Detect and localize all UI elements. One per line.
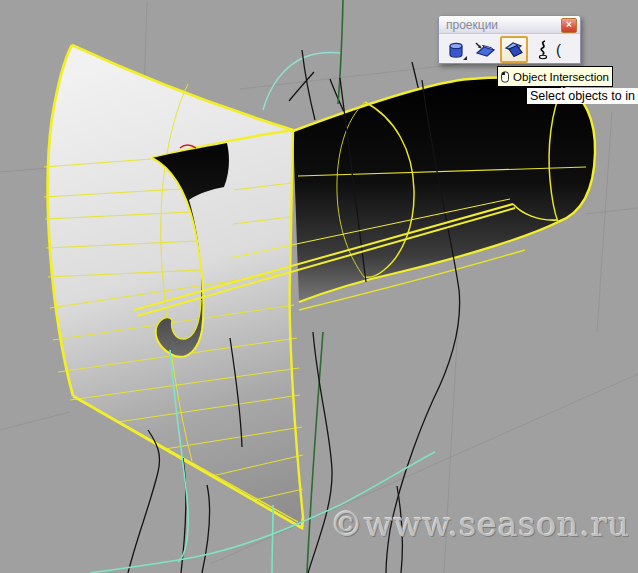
curve-squiggle-icon [534,39,552,61]
palette-title: проекции [446,18,498,32]
curve-from-2-views-button[interactable] [529,36,557,63]
green-curve-upper[interactable] [338,0,343,104]
selected-sheet-surface[interactable] [44,45,303,528]
left-mouse-button-icon [501,70,509,84]
project-plane-icon [473,39,497,61]
projection-cylinder-button[interactable] [442,36,470,63]
projections-toolbar-palette: проекции × [438,15,581,64]
palette-close-button[interactable]: × [561,18,577,33]
object-intersection-button[interactable] [500,36,528,63]
command-prompt: Select objects to in [527,88,638,104]
green-curve-lower[interactable] [307,332,323,573]
rhino-viewport-window: ©www.season.ru проекции × [0,0,638,573]
command-tooltip: Object Intersection [497,66,613,87]
watermark: ©www.season.ru [330,505,630,544]
project-to-surface-button[interactable] [471,36,499,63]
teal-curve-top-arc[interactable] [263,53,341,110]
selected-cylinder[interactable] [293,78,595,310]
tooltip-label: Object Intersection [513,71,609,83]
flyout-arrow-icon [463,56,467,60]
object-intersection-icon [503,39,525,61]
palette-titlebar[interactable]: проекции × [439,16,580,34]
palette-button-row: ( [439,34,580,65]
